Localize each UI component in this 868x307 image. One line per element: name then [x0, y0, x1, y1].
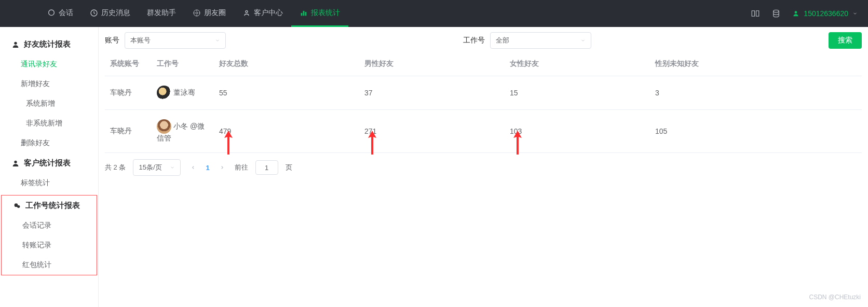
sidebar-group-customers[interactable]: 客户统计报表 [0, 153, 98, 173]
per-page-select[interactable]: 15条/页 [133, 159, 181, 176]
nav-groupsend[interactable]: 群发助手 [139, 0, 184, 27]
chevron-down-icon [580, 38, 586, 43]
svg-point-10 [14, 41, 17, 44]
chevron-left-icon [191, 165, 196, 170]
watermark: CSDN @CHEtuzki [809, 294, 861, 301]
chat-icon [47, 9, 56, 17]
sidebar-item-tags[interactable]: 标签统计 [0, 173, 98, 193]
goto-suffix: 页 [286, 163, 292, 172]
data-table: 系统账号 工作号 好友总数 男性好友 女性好友 性别未知好友 车晓丹 董泳骞 5… [105, 52, 862, 153]
book-icon[interactable] [751, 9, 760, 18]
sidebar-item-redpacket-stats[interactable]: 红包统计 [2, 255, 97, 275]
nav-label: 群发助手 [147, 8, 176, 18]
pagination: 共 2 条 15条/页 1 前往 页 [105, 153, 862, 182]
avatar [157, 119, 171, 134]
database-icon[interactable] [771, 9, 781, 18]
col-total: 好友总数 [214, 52, 359, 76]
search-button[interactable]: 搜索 [829, 32, 862, 49]
sidebar-item-nonsystem-new[interactable]: 非系统新增 [0, 114, 98, 133]
nav-label: 会话 [59, 8, 73, 18]
svg-rect-6 [303, 11, 305, 16]
chevron-right-icon [220, 165, 225, 170]
col-female: 女性好友 [505, 52, 650, 76]
sidebar-group-friends[interactable]: 好友统计报表 [0, 34, 98, 54]
sidebar-group-work[interactable]: 工作号统计报表 [2, 196, 97, 216]
sidebar-item-deleted-friends[interactable]: 删除好友 [0, 133, 98, 153]
nav-moments[interactable]: 朋友圈 [184, 0, 234, 27]
wechat-icon [13, 202, 21, 210]
nav-customer[interactable]: 客户中心 [234, 0, 291, 27]
avatar [157, 86, 171, 100]
svg-point-3 [196, 12, 198, 14]
svg-point-13 [17, 205, 20, 207]
chevron-down-icon [215, 38, 220, 43]
col-account: 系统账号 [105, 52, 152, 76]
user-phone: 15012636620 [804, 9, 848, 18]
nav-label: 朋友圈 [204, 8, 226, 18]
nav-label: 历史消息 [101, 8, 130, 18]
chart-icon [300, 9, 308, 17]
clock-icon [90, 9, 98, 17]
svg-point-11 [14, 160, 17, 163]
prev-page[interactable] [188, 160, 198, 175]
table-row: 车晓丹 小冬 @微信管 479 271 103 105 [105, 110, 862, 153]
total-count: 共 2 条 [105, 163, 126, 172]
sidebar-item-session-records[interactable]: 会话记录 [2, 216, 97, 235]
sidebar-item-contacts[interactable]: 通讯录好友 [0, 54, 98, 74]
nav-session[interactable]: 会话 [39, 0, 82, 27]
sidebar-item-transfer-records[interactable]: 转账记录 [2, 235, 97, 255]
svg-point-4 [246, 10, 248, 12]
select-work[interactable]: 全部 [490, 32, 591, 49]
filter-label-work: 工作号 [463, 36, 485, 45]
nav-history[interactable]: 历史消息 [82, 0, 139, 27]
svg-rect-5 [301, 13, 303, 16]
svg-rect-7 [305, 12, 307, 16]
compass-icon [193, 9, 201, 17]
col-male: 男性好友 [359, 52, 505, 76]
person-icon [792, 10, 799, 17]
table-row: 车晓丹 董泳骞 55 37 15 3 [105, 76, 862, 110]
goto-page-input[interactable] [255, 160, 278, 175]
nav-label: 报表统计 [311, 8, 340, 18]
user-icon [11, 40, 20, 49]
user-icon [242, 9, 251, 17]
sidebar: 好友统计报表 通讯录好友 新增好友 系统新增 非系统新增 删除好友 客户统计报表… [0, 27, 99, 307]
nav-reports[interactable]: 报表统计 [291, 0, 348, 27]
select-account[interactable]: 本账号 [125, 32, 226, 49]
user-dropdown[interactable]: 15012636620 [792, 9, 858, 18]
svg-point-9 [795, 11, 797, 13]
chevron-down-icon [852, 11, 858, 16]
goto-prefix: 前往 [235, 163, 248, 172]
sidebar-item-new-friends[interactable]: 新增好友 [0, 74, 98, 94]
sidebar-item-system-new[interactable]: 系统新增 [0, 94, 98, 114]
chevron-down-icon [170, 165, 175, 170]
nav-label: 客户中心 [254, 8, 283, 18]
svg-point-8 [774, 10, 779, 12]
current-page[interactable]: 1 [206, 164, 209, 172]
next-page[interactable] [217, 160, 227, 175]
user-icon [11, 159, 20, 168]
col-work: 工作号 [152, 52, 214, 76]
col-unknown: 性别未知好友 [650, 52, 862, 76]
filter-label-account: 账号 [105, 36, 119, 45]
